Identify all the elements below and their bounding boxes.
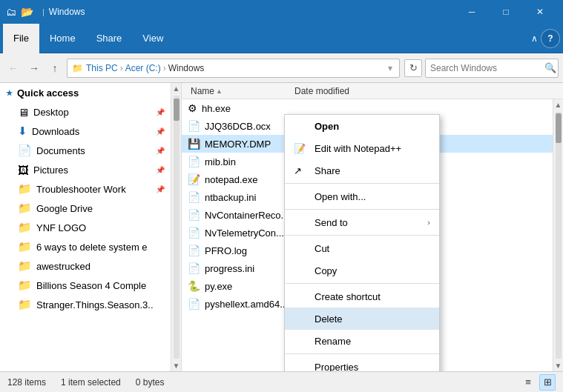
ctx-item-share[interactable]: ↗ Share [285, 159, 439, 182]
pin-icon-documents: 📌 [156, 147, 165, 155]
quick-access-expand-icon: ★ [6, 89, 13, 97]
ynflogo-label: YNF LOGO [36, 222, 165, 233]
selected-count: 1 item selected [61, 377, 121, 388]
address-box[interactable]: 📁 This PC › Acer (C:) › Windows ▾ [67, 59, 400, 78]
view-controls: ≡ ⊞ [520, 374, 556, 391]
ctx-item-open[interactable]: Open [285, 115, 439, 137]
nav-item-stranger[interactable]: 📁 Stranger.Things.Season.3.. [0, 295, 171, 314]
nav-item-billions[interactable]: 📁 Billions Season 4 Comple [0, 276, 171, 295]
stranger-label: Stranger.Things.Season.3.. [36, 299, 165, 310]
up-button[interactable]: ↑ [46, 59, 64, 77]
forward-button[interactable]: → [25, 59, 43, 77]
ribbon-collapse-icon[interactable]: ∧ [531, 33, 538, 44]
ctx-rename-label: Rename [315, 336, 430, 347]
ctx-item-createshortcut[interactable]: Create shortcut [285, 285, 439, 308]
ctx-separator [285, 183, 439, 184]
search-icon[interactable]: 🔍 [544, 62, 556, 73]
details-view-button[interactable]: ≡ [520, 374, 536, 391]
nav-item-ynflogo[interactable]: 📁 YNF LOGO [0, 218, 171, 237]
billions-icon: 📁 [18, 279, 32, 292]
scroll-track[interactable] [174, 96, 180, 359]
6ways-icon: 📁 [18, 240, 32, 253]
nav-item-troubleshooter[interactable]: 📁 Troubleshooter Work 📌 [0, 179, 171, 199]
search-box[interactable]: 🔍 [425, 59, 559, 78]
ynflogo-icon: 📁 [18, 221, 32, 234]
ribbon: File Home Share View ∧ ? [0, 24, 563, 53]
desktop-label: Desktop [33, 107, 153, 118]
right-scrollbar[interactable]: ▲ ▼ [553, 99, 563, 371]
nav-item-awestrucked[interactable]: 📁 awestrucked [0, 256, 171, 276]
ctx-separator4 [285, 283, 439, 284]
downloads-icon: ⬇ [18, 124, 27, 138]
file-icon-hhexe: ⚙ [188, 102, 197, 114]
refresh-button[interactable]: ↻ [404, 59, 422, 77]
search-input[interactable] [430, 63, 541, 73]
scroll-down-arrow[interactable]: ▼ [171, 360, 182, 371]
ctx-sendto-arrow: › [427, 218, 430, 227]
address-bar: ← → ↑ 📁 This PC › Acer (C:) › Windows ▾ … [0, 53, 563, 83]
file-icon-mib: 📄 [188, 156, 200, 167]
title-bar-folder-icon: 📂 [21, 6, 33, 18]
tab-home[interactable]: Home [39, 24, 86, 53]
col-header-date[interactable]: Date modified [292, 86, 557, 96]
back-button[interactable]: ← [4, 59, 22, 77]
troubleshooter-label: Troubleshooter Work [36, 184, 153, 195]
ctx-item-delete[interactable]: Delete [285, 308, 439, 330]
awestrucked-icon: 📁 [18, 259, 32, 273]
nav-item-desktop[interactable]: 🖥 Desktop 📌 [0, 102, 171, 122]
maximize-button[interactable]: □ [489, 0, 523, 24]
right-panel: Name ▲ Date modified ⚙ hh.exe 📄 JJQ36DCB… [182, 83, 563, 371]
breadcrumb-dropdown-arrow[interactable]: ▾ [388, 63, 392, 73]
nav-item-downloads[interactable]: ⬇ Downloads 📌 [0, 122, 171, 141]
tab-share[interactable]: Share [86, 24, 133, 53]
nav-item-6ways[interactable]: 📁 6 ways to delete system e [0, 237, 171, 256]
tab-file[interactable]: File [3, 24, 39, 53]
quick-access-label: Quick access [17, 87, 165, 99]
ctx-item-sendto[interactable]: Send to › [285, 211, 439, 233]
right-scroll-up[interactable]: ▲ [553, 99, 563, 110]
ctx-notepad-icon: 📝 [294, 143, 309, 154]
ctx-share-label: Share [315, 165, 430, 176]
folder-icon: 📁 [72, 63, 83, 73]
tab-view[interactable]: View [132, 24, 174, 53]
help-button[interactable]: ? [541, 29, 560, 48]
ctx-item-copy[interactable]: Copy [285, 259, 439, 282]
pin-icon-pictures: 📌 [156, 166, 165, 174]
ctx-shortcut-label: Create shortcut [315, 291, 430, 302]
file-icon-ntbackup: 📄 [188, 191, 200, 203]
6ways-label: 6 ways to delete system e [36, 242, 165, 253]
downloads-label: Downloads [32, 126, 153, 137]
window-controls: ─ □ ✕ [455, 0, 557, 24]
googledrive-label: Google Drive [36, 203, 165, 214]
ctx-item-properties[interactable]: Properties [285, 356, 439, 371]
nav-item-googledrive[interactable]: 📁 Google Drive [0, 199, 171, 218]
right-scroll-track[interactable] [556, 112, 562, 359]
window-icon: 🗂 [6, 6, 16, 18]
scroll-up-arrow[interactable]: ▲ [171, 83, 182, 94]
scroll-thumb[interactable] [174, 99, 180, 121]
nav-item-documents[interactable]: 📄 Documents 📌 [0, 141, 171, 160]
status-bar: 128 items 1 item selected 0 bytes ≡ ⊞ [0, 371, 563, 392]
list-view-button[interactable]: ⊞ [539, 374, 556, 391]
left-panel: ★ Quick access 🖥 Desktop 📌 ⬇ Downloads 📌… [0, 83, 182, 371]
item-count: 128 items [7, 377, 46, 388]
ctx-editnotepad-label: Edit with Notepad++ [315, 143, 430, 154]
col-header-name[interactable]: Name ▲ [188, 86, 292, 96]
quick-access-header[interactable]: ★ Quick access [0, 83, 171, 102]
ctx-item-openwith[interactable]: Open with... [285, 185, 439, 207]
breadcrumb-thispc[interactable]: This PC [86, 63, 118, 73]
breadcrumb-acer[interactable]: Acer (C:) [125, 63, 161, 73]
breadcrumb-windows: Windows [168, 63, 205, 73]
nav-item-pictures[interactable]: 🖼 Pictures 📌 [0, 160, 171, 179]
left-scrollbar[interactable]: ▲ ▼ [171, 83, 181, 371]
ctx-copy-label: Copy [315, 265, 430, 276]
ctx-open-label: Open [315, 121, 430, 132]
right-scroll-down[interactable]: ▼ [553, 360, 563, 371]
ctx-item-rename[interactable]: Rename [285, 330, 439, 352]
right-scroll-thumb[interactable] [556, 113, 562, 143]
minimize-button[interactable]: ─ [455, 0, 489, 24]
file-icon-progress: 📄 [188, 262, 200, 274]
ctx-item-cut[interactable]: Cut [285, 237, 439, 259]
close-button[interactable]: ✕ [523, 0, 557, 24]
ctx-item-edit-notepad[interactable]: 📝 Edit with Notepad++ [285, 137, 439, 159]
